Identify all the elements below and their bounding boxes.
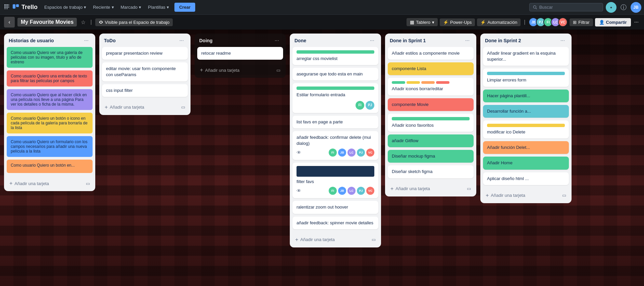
card-text: Estilar formulario entrada [297,92,345,97]
list-item[interactable]: Añadir estilos a componente movie [388,47,474,60]
share-btn[interactable]: 👤 Compartir [595,18,631,26]
list-item[interactable]: Añadir Home [483,157,569,169]
notification-icon[interactable]: ✦ [606,2,616,13]
list-item[interactable]: Como usuario Quiero que al hacer click e… [7,89,93,110]
trello-logo[interactable]: Trello [12,4,38,11]
card-text: Limpiar errores form [487,77,526,82]
list-item[interactable]: Añadir función Delet... [483,141,569,154]
card-text: Añadir Home [487,160,513,165]
search-input[interactable] [539,5,599,10]
list-item[interactable]: Desarrollar función a... [483,105,569,118]
list-item[interactable]: preparar presentacion review [102,47,188,60]
list-sprint1-menu-btn[interactable]: ··· [463,37,472,44]
filter-btn[interactable]: ⊞ Filtrar [570,18,593,26]
card-template-icon: ▭ [562,193,566,198]
list-item[interactable]: añadir feedback: spinner movie detalles [292,217,378,229]
card-avatar-fi: FI [329,187,337,195]
sidebar-toggle-btn[interactable]: ‹ [4,17,15,27]
list-item[interactable]: Como usuario Quiero un botón en... [7,160,93,173]
card-text: preparar presentacion review [106,51,162,56]
list-item[interactable]: añadir Gitflow [388,134,474,147]
add-card-done-btn[interactable]: + Añadir una tarjeta ▭ [292,235,378,245]
info-btn[interactable]: ⓘ [619,2,628,13]
card-template-icon: ▭ [372,237,376,242]
svg-rect-6 [4,8,6,9]
view-btn[interactable]: ▦ Tablero ▾ [407,18,438,26]
board-area: Historias de usuario ··· Como usuario Qu… [0,30,644,286]
list-historias-header: Historias de usuario ··· [4,34,95,47]
workspaces-btn[interactable]: Espacios de trabajo ▾ [42,3,89,11]
create-btn[interactable]: Crear [174,3,195,12]
list-item[interactable]: arreglar css movielist [292,47,378,65]
list-item[interactable]: componente Lista [388,62,474,75]
templates-btn[interactable]: Plantillas ▾ [145,3,172,11]
list-todo-menu-btn[interactable]: ··· [177,37,186,44]
list-item[interactable]: retocar readme [197,47,283,60]
list-done-title: Done [294,38,306,43]
list-item[interactable]: css input filter [102,84,188,97]
board-title-btn[interactable]: My Favourite Movies [17,18,77,26]
list-item[interactable]: Como usuario Quiero un botón o icono en … [7,113,93,133]
card-text: añadir feedback: confirmar delete (mui d… [297,135,371,146]
trello-wordmark: Trello [21,4,38,11]
list-item[interactable]: Añadir iconos borrar/editar [388,78,474,95]
list-item[interactable]: Limpiar errores form [483,68,569,87]
power-ups-btn[interactable]: ⚡ Power-Ups [440,18,475,26]
list-item[interactable]: Como usuario Quiero ver una galería de p… [7,47,93,68]
list-sprint2: Done in Sprint 2 ··· Añadir linear gradi… [480,34,572,203]
card-template-icon: ▭ [276,68,280,73]
list-item[interactable]: ralentizar zoom out hoover [292,201,378,214]
list-item[interactable]: Añadir linear gradient en la esquina sup… [483,47,569,66]
svg-rect-4 [6,6,8,8]
list-sprint2-header: Done in Sprint 2 ··· [480,34,572,47]
list-doing-menu-btn[interactable]: ··· [273,37,281,44]
star-board-btn[interactable]: ☆ [79,18,87,27]
list-todo-cards: preparar presentacion review editar movi… [99,47,191,100]
list-item[interactable]: componente Movie [388,98,474,111]
list-item[interactable]: Hacer página plantill... [483,90,569,102]
card-avatar-pj: PJ [357,149,365,157]
list-item[interactable]: Diseñar sketch figma [388,165,474,178]
card-text: arreglar css movielist [297,56,337,61]
add-card-sprint2-btn[interactable]: + Añadir una tarjeta ▭ [483,190,569,201]
add-card-sprint1-btn[interactable]: + Añadir una tarjeta ▭ [388,184,474,194]
user-avatar[interactable]: JB [631,2,641,13]
list-done-menu-btn[interactable]: ··· [368,37,376,44]
list-doing-title: Doing [199,38,213,43]
list-historias-menu-btn[interactable]: ··· [82,37,91,44]
list-item[interactable]: filter favs 👁 FI JB LC PJ VC [292,163,378,198]
add-card-historias-btn[interactable]: + Añadir una tarjeta ▭ [7,178,93,188]
list-sprint2-menu-btn[interactable]: ··· [558,37,567,44]
grid-menu-btn[interactable] [3,3,11,12]
plus-icon: + [390,186,393,192]
recent-btn[interactable]: Reciente ▾ [90,3,116,11]
automation-btn[interactable]: ⚡ Automatización [477,18,521,26]
member-vc-avatar[interactable]: VC [558,17,568,27]
list-item[interactable]: Aplicar diseño html ... [483,172,569,185]
list-item[interactable]: añadir feedback: confirmar delete (mui d… [292,131,378,160]
plus-icon: + [9,180,12,186]
card-text: Añadir iconos borrar/editar [392,86,443,91]
list-item[interactable]: Diseñar mockup figma [388,150,474,163]
list-item[interactable]: asegurarse que todo esta en main [292,68,378,80]
card-text: componente Lista [392,66,426,71]
visibility-btn[interactable]: Visible para el Espacio de trabajo [95,18,173,26]
list-item[interactable]: Añadir icono favoritos [388,114,474,132]
starred-btn[interactable]: Marcado ▾ [118,3,144,11]
list-done: Done ··· arreglar css movielist asegurar… [290,34,381,247]
list-item[interactable]: Como usuario Quiero una entrada de texto… [7,70,93,87]
add-card-todo-btn[interactable]: + Añadir una tarjeta ▭ [102,102,188,112]
card-text: Añadir estilos a componente movie [392,51,460,56]
list-item[interactable]: list favs en page a parte [292,116,378,128]
more-options-btn[interactable]: ··· [633,18,640,26]
list-sprint1: Done in Sprint 1 ··· Añadir estilos a co… [385,34,476,196]
list-item[interactable]: editar movie: usar form componente con u… [102,62,188,81]
list-item[interactable]: Como usuario Quiero un formulario con lo… [7,136,93,157]
card-text: Añadir función Delet... [487,145,530,150]
add-card-doing-btn[interactable]: + Añadir una tarjeta ▭ [197,65,283,75]
svg-rect-7 [6,8,8,9]
list-item[interactable]: Estilar formulario entrada FI PJ [292,83,378,113]
list-item[interactable]: modificar ico Delete [483,120,569,138]
list-todo-header: ToDo ··· [99,34,191,47]
card-avatar-pj: PJ [366,101,374,110]
